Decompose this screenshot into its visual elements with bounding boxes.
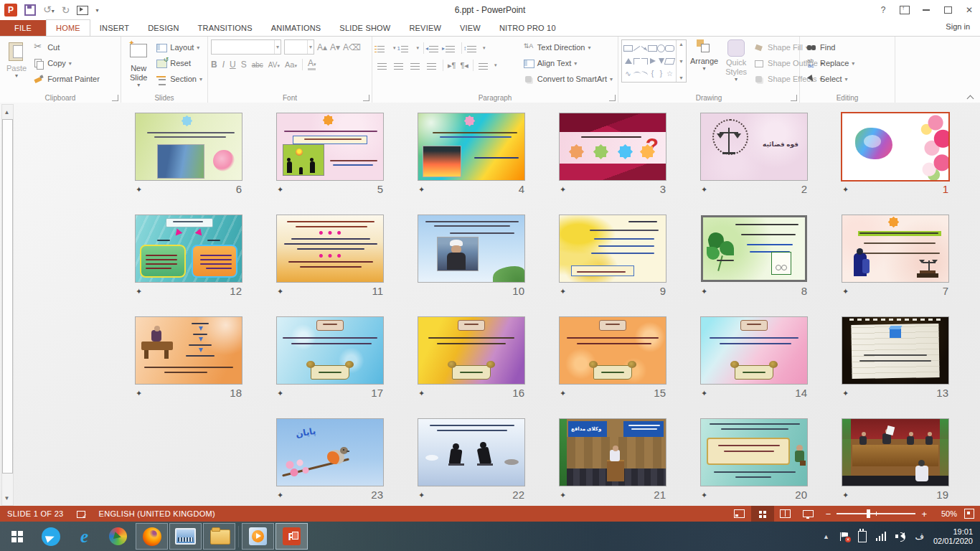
zoom-slider-thumb[interactable] [867,509,870,518]
slide-19-cell[interactable]: 19 [842,419,948,500]
sign-in-link[interactable]: Sign in [946,22,970,31]
collapse-ribbon-button[interactable] [967,95,974,100]
quick-styles-button[interactable]: Quick Styles▾ [722,39,750,83]
customize-qat-icon[interactable]: ▾ [95,7,98,14]
restore-button[interactable] [937,0,958,20]
slide-10-cell[interactable]: 10 [418,215,524,296]
scroll-up-arrow[interactable]: ▲ [2,106,11,118]
start-button[interactable] [1,523,33,550]
slide-21-thumbnail[interactable]: وکلای مدافع [560,419,666,486]
tab-nitro-pro[interactable]: NITRO PRO 10 [490,20,565,36]
normal-view-button[interactable] [728,506,751,522]
slide-13-thumbnail[interactable] [842,317,948,384]
arrange-button[interactable]: Arrange▾ [687,39,722,72]
bold-button[interactable]: B [211,60,217,70]
slide-8-thumbnail[interactable] [701,215,807,282]
language-indicator[interactable]: ENGLISH (UNITED KINGDOM) [99,509,215,518]
vertical-scrollbar[interactable]: ▲ ▼ [1,104,14,506]
slide-11-cell[interactable]: 11 [277,215,383,296]
character-spacing-button[interactable]: AV▾ [268,61,280,69]
network-signal-icon[interactable] [876,532,887,541]
tab-transitions[interactable]: TRANSITIONS [189,20,262,36]
slide-20-cell[interactable]: 20 [701,419,807,500]
taskbar-file-explorer[interactable] [203,523,235,550]
volume-icon[interactable] [895,532,905,541]
taskbar-firefox[interactable] [136,523,168,550]
align-left-button[interactable] [377,60,389,72]
section-button[interactable]: Section▾ [154,71,204,87]
slide-20-thumbnail[interactable] [701,419,807,486]
numbering-button[interactable]: 1 [400,42,413,55]
taskbar-on-screen-keyboard[interactable] [169,523,202,550]
repeat-icon[interactable]: ↻ [62,5,70,15]
slide-9-cell[interactable]: 9 [560,215,666,296]
layout-button[interactable]: Layout▾ [154,39,204,55]
slide-5-cell[interactable]: 5 [277,113,383,194]
slide-4-cell[interactable]: 4 [418,113,524,194]
save-icon[interactable] [24,4,36,16]
slide-23-thumbnail[interactable]: پایان [277,419,383,486]
reading-view-button[interactable] [774,506,797,522]
slide-14-cell[interactable]: 14 [701,317,807,398]
slide-13-cell[interactable]: 13 [842,317,948,398]
show-hidden-icons-chevron[interactable]: ▲ [823,533,829,540]
font-color-button[interactable]: A▾ [308,60,316,70]
tab-home[interactable]: HOME [46,19,90,36]
align-center-button[interactable] [393,60,405,72]
slide-22-cell[interactable]: 22 [418,419,524,500]
minimize-button[interactable] [915,0,937,20]
strikethrough-button[interactable]: abc [252,61,263,69]
cut-button[interactable]: Cut [32,39,102,55]
tab-design[interactable]: DESIGN [138,20,188,36]
tab-view[interactable]: VIEW [451,20,490,36]
paste-button[interactable]: Paste▾ [3,39,30,80]
font-name-combo[interactable]: ▾ [211,39,281,55]
line-spacing-button[interactable]: ↕ [466,42,479,55]
slide-14-thumbnail[interactable] [701,317,807,384]
italic-button[interactable]: I [222,60,225,70]
increase-font-size-button[interactable]: A▴ [317,42,327,52]
align-text-button[interactable]: Align Text▾ [522,55,615,71]
help-button[interactable]: ? [872,0,894,20]
rtl-direction-button[interactable]: ¶◂ [460,61,468,70]
tab-animations[interactable]: ANIMATIONS [262,20,331,36]
reset-button[interactable]: Reset [154,55,204,71]
tab-insert[interactable]: INSERT [90,20,138,36]
clear-formatting-button[interactable]: A⌫ [343,42,361,52]
change-case-button[interactable]: Aa▾ [285,60,297,69]
slide-18-cell[interactable]: 18 [136,317,242,398]
replace-button[interactable]: Replace▾ [804,55,857,71]
underline-button[interactable]: U [230,60,236,70]
font-size-combo[interactable]: ▾ [284,39,314,55]
slide-15-thumbnail[interactable] [560,317,666,384]
copy-button[interactable]: Copy▾ [32,55,102,71]
clock[interactable]: 19:01 02/01/2020 [933,527,973,546]
convert-smartart-button[interactable]: Convert to SmartArt▾ [522,71,615,87]
columns-button[interactable] [478,60,490,72]
decrease-font-size-button[interactable]: A▾ [330,42,340,52]
slide-7-thumbnail[interactable] [842,215,948,282]
fit-slide-to-window-button[interactable] [964,509,974,519]
slide-1-cell[interactable]: 1 [842,113,948,194]
action-center-flag-icon[interactable]: ✕ [839,532,849,541]
slide-12-cell[interactable]: 12 [136,215,242,296]
slide-sorter-view-button[interactable] [751,506,774,522]
slide-show-button[interactable] [797,506,820,522]
slide-16-cell[interactable]: 16 [418,317,524,398]
align-right-button[interactable] [410,60,422,72]
paragraph-dialog-launcher[interactable] [609,95,616,101]
zoom-out-button[interactable]: − [826,509,831,519]
tab-slide-show[interactable]: SLIDE SHOW [330,20,400,36]
tab-file[interactable]: FILE [0,20,46,36]
slide-15-cell[interactable]: 15 [560,317,666,398]
scrollbar-thumb[interactable] [2,119,13,474]
increase-indent-button[interactable]: ▸ [445,42,457,55]
slide-10-thumbnail[interactable] [418,215,524,282]
justify-button[interactable] [426,60,438,72]
tab-review[interactable]: REVIEW [400,20,451,36]
drawing-dialog-launcher[interactable] [791,95,797,101]
spell-check-icon[interactable] [77,510,86,518]
taskbar-idm[interactable] [102,523,134,550]
slide-1-thumbnail[interactable] [842,113,948,180]
slide-22-thumbnail[interactable] [418,419,524,486]
